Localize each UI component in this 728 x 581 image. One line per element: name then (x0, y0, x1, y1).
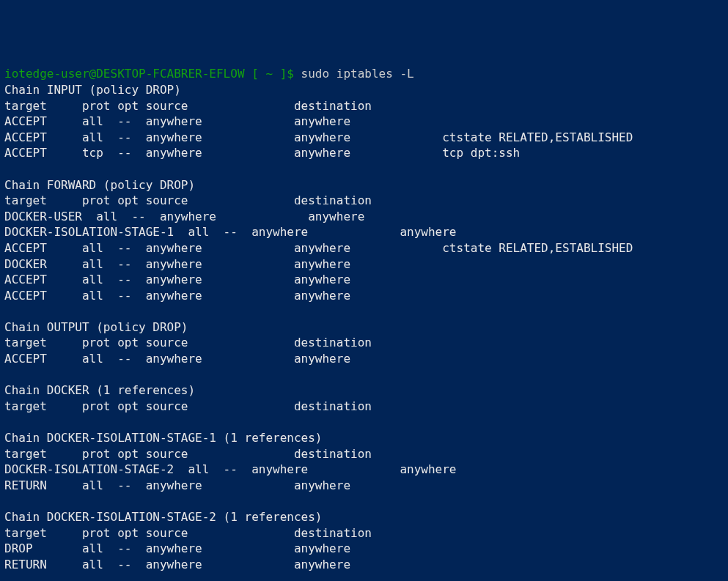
prompt-user-host: iotedge-user@DESKTOP-FCABRER-EFLOW (4, 67, 245, 81)
prompt-path: [ ~ ]$ (245, 67, 301, 81)
prompt-command[interactable]: sudo iptables -L (301, 67, 414, 81)
terminal-output: Chain INPUT (policy DROP) target prot op… (4, 82, 724, 581)
